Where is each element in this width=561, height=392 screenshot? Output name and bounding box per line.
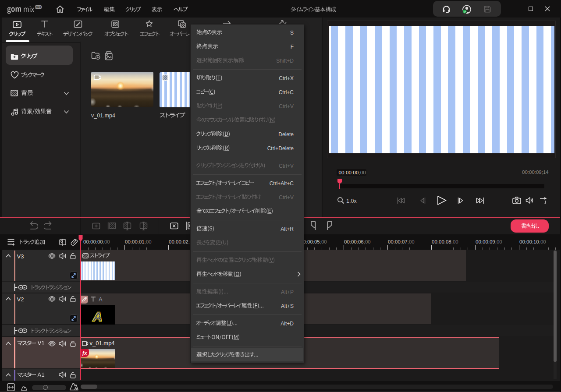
svg-text:A: A [92,310,102,324]
